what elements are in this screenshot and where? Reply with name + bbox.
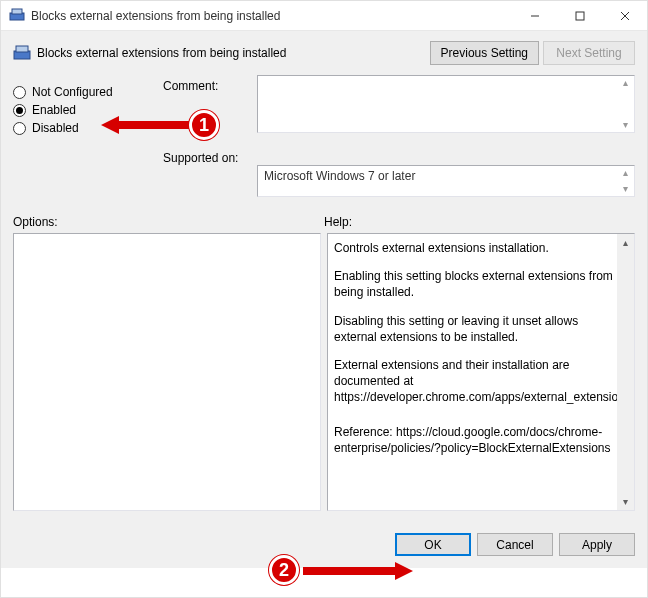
radio-label: Disabled: [32, 121, 79, 135]
radio-label: Enabled: [32, 103, 76, 117]
supported-on-field: Microsoft Windows 7 or later ▴ ▾: [257, 165, 635, 197]
radio-label: Not Configured: [32, 85, 113, 99]
window-title: Blocks external extensions from being in…: [31, 9, 280, 23]
ok-button[interactable]: OK: [395, 533, 471, 556]
state-radios: Not Configured Enabled Disabled: [13, 75, 153, 197]
scroll-down-icon[interactable]: ▾: [617, 493, 634, 510]
options-label: Options:: [13, 215, 58, 229]
options-pane: [13, 233, 321, 511]
footer: OK Cancel Apply: [1, 521, 647, 568]
policy-icon: [13, 43, 31, 64]
minimize-button[interactable]: [512, 1, 557, 30]
radio-icon: [13, 104, 26, 117]
scroll-down-icon: ▾: [618, 184, 632, 194]
scrollbar[interactable]: ▴ ▾: [617, 234, 634, 510]
next-setting-button: Next Setting: [543, 41, 635, 65]
body: Not Configured Enabled Disabled Comment:…: [1, 69, 647, 521]
config-section: Not Configured Enabled Disabled Comment:…: [13, 75, 635, 197]
cancel-label: Cancel: [496, 538, 533, 552]
help-text: Reference: https://cloud.google.com/docs…: [334, 424, 616, 456]
scroll-down-icon: ▾: [618, 120, 632, 130]
svg-rect-1: [12, 9, 22, 14]
help-text: Disabling this setting or leaving it uns…: [334, 313, 616, 345]
comment-textarea[interactable]: ▴ ▾: [257, 75, 635, 133]
radio-icon: [13, 86, 26, 99]
apply-label: Apply: [582, 538, 612, 552]
gpedit-icon: [9, 6, 25, 25]
scroll-up-icon: ▴: [618, 78, 632, 88]
top-row: Blocks external extensions from being in…: [1, 31, 647, 69]
supported-on-label: Supported on:: [163, 151, 238, 165]
help-pane: Controls external extensions installatio…: [327, 233, 635, 511]
window-buttons: [512, 1, 647, 30]
titlebar: Blocks external extensions from being in…: [1, 1, 647, 31]
maximize-button[interactable]: [557, 1, 602, 30]
help-text: External extensions and their installati…: [334, 357, 616, 406]
radio-enabled[interactable]: Enabled: [13, 103, 153, 117]
scroll-up-icon: ▴: [618, 168, 632, 178]
svg-rect-7: [16, 46, 28, 52]
comment-label: Comment:: [163, 79, 218, 93]
policy-title: Blocks external extensions from being in…: [37, 46, 286, 60]
close-button[interactable]: [602, 1, 647, 30]
cancel-button[interactable]: Cancel: [477, 533, 553, 556]
ok-label: OK: [424, 538, 441, 552]
scroll-up-icon[interactable]: ▴: [617, 234, 634, 251]
apply-button[interactable]: Apply: [559, 533, 635, 556]
svg-rect-3: [576, 12, 584, 20]
radio-not-configured[interactable]: Not Configured: [13, 85, 153, 99]
help-text: Enabling this setting blocks external ex…: [334, 268, 616, 300]
supported-on-value: Microsoft Windows 7 or later: [264, 169, 415, 183]
help-label: Help:: [324, 215, 352, 229]
next-setting-label: Next Setting: [556, 46, 621, 60]
previous-setting-label: Previous Setting: [441, 46, 528, 60]
previous-setting-button[interactable]: Previous Setting: [430, 41, 539, 65]
radio-disabled[interactable]: Disabled: [13, 121, 153, 135]
help-text: Controls external extensions installatio…: [334, 240, 616, 256]
radio-icon: [13, 122, 26, 135]
